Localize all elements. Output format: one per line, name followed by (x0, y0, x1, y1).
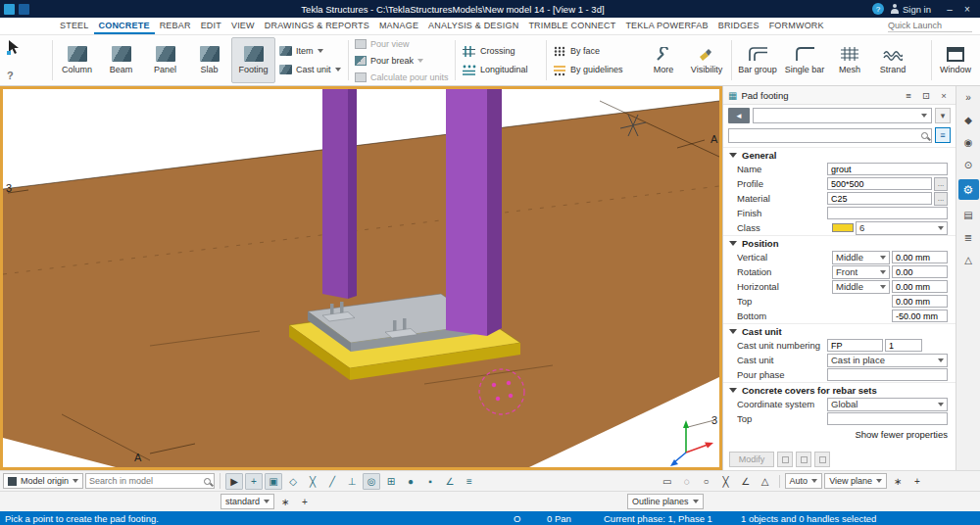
top-input[interactable] (892, 295, 948, 308)
rotate-view-button[interactable]: ∗ (889, 473, 906, 490)
beam-button[interactable]: Beam (99, 37, 143, 83)
link-icon[interactable] (796, 452, 811, 467)
profile-input[interactable] (827, 177, 932, 190)
save-template-button[interactable]: ▾ (935, 108, 951, 123)
drawings-icon[interactable]: ▤ (960, 207, 977, 222)
column-button[interactable]: Column (55, 37, 99, 83)
quick-launch-input[interactable] (888, 20, 972, 32)
selection-filter-dropdown[interactable]: standard (220, 494, 274, 509)
ground-plane[interactable] (3, 101, 719, 467)
class-select[interactable]: 6 (856, 221, 948, 235)
footing-button[interactable]: Footing (231, 37, 275, 83)
crossing-button[interactable]: Crossing (462, 44, 540, 59)
section-concrete-covers[interactable]: Concrete covers for rebar sets (723, 382, 956, 397)
horizontal-offset-input[interactable] (892, 280, 948, 293)
profile-browse-button[interactable]: ... (934, 177, 948, 191)
mesh-button[interactable]: Mesh (828, 37, 871, 83)
snap-line-button[interactable]: ╱ (323, 473, 341, 490)
vertical-select[interactable]: Middle (832, 251, 890, 264)
property-template-dropdown[interactable] (753, 108, 932, 123)
select-circle-button[interactable]: ○ (698, 473, 715, 490)
pan-view-button[interactable]: + (908, 473, 926, 490)
snap-extension-button[interactable]: ⊞ (382, 473, 400, 490)
help-icon[interactable]: ? (872, 3, 884, 15)
strand-button[interactable]: Strand (871, 37, 914, 83)
snap-points-button[interactable]: + (245, 473, 263, 490)
bottom-input[interactable] (892, 310, 948, 322)
panel-close-icon[interactable]: × (937, 90, 951, 101)
select-cursor-icon[interactable] (7, 39, 20, 55)
pour-phase-input[interactable] (827, 368, 948, 381)
tab-view[interactable]: VIEW (226, 18, 260, 34)
snap-any-button[interactable]: ▪ (421, 473, 439, 490)
add-filter-button[interactable]: + (296, 494, 314, 510)
tab-manage[interactable]: MANAGE (374, 18, 423, 34)
section-position[interactable]: Position (723, 235, 956, 250)
select-angle-button[interactable]: ∠ (737, 473, 755, 490)
tab-concrete[interactable]: CONCRETE (94, 18, 155, 34)
back-button[interactable]: ◄ (728, 108, 750, 123)
copy-icon[interactable] (814, 452, 830, 467)
snap-midpoint-button[interactable]: ◇ (284, 473, 302, 490)
snap-center-button[interactable]: ◎ (363, 473, 380, 490)
tab-edit[interactable]: EDIT (196, 18, 226, 34)
by-guidelines-button[interactable]: By guidelines (553, 63, 639, 77)
context-help-icon[interactable]: ? (7, 70, 14, 81)
select-dashed-button[interactable]: ◌ (678, 473, 696, 490)
snap-angle-button[interactable]: ∠ (441, 473, 459, 490)
property-list-toggle[interactable]: ≡ (935, 127, 951, 143)
window-button[interactable]: Window (934, 37, 977, 83)
bar-group-button[interactable]: Bar group (734, 37, 781, 83)
snap-grid-button[interactable]: ▣ (265, 473, 282, 490)
sign-in-button[interactable]: Sign in (903, 4, 931, 15)
minimize-button[interactable]: – (941, 4, 958, 15)
profile-catalog-icon[interactable]: ◉ (960, 134, 977, 150)
pour-view-button[interactable]: Pour view (355, 37, 449, 50)
view-plane-dropdown[interactable]: View plane (824, 473, 887, 489)
lock-icon[interactable] (777, 452, 793, 467)
material-browse-button[interactable]: ... (934, 192, 948, 206)
tab-analysis-design[interactable]: ANALYSIS & DESIGN (423, 18, 523, 34)
snap-cursor-button[interactable]: ▶ (225, 473, 243, 490)
material-input[interactable] (827, 192, 932, 205)
shapes-icon[interactable]: △ (960, 252, 977, 267)
collapse-pane-icon[interactable]: » (960, 89, 977, 105)
modify-button[interactable]: Modify (729, 452, 774, 467)
select-cross-button[interactable]: ╳ (717, 473, 735, 490)
snap-perpendicular-button[interactable]: ⊥ (343, 473, 361, 490)
pour-break-button[interactable]: Pour break (355, 54, 449, 67)
layers-icon[interactable]: ≣ (960, 229, 977, 245)
rotation-select[interactable]: Front (832, 265, 890, 279)
tab-bridges[interactable]: BRIDGES (713, 18, 764, 34)
model-search-input[interactable] (89, 476, 204, 486)
horizontal-select[interactable]: Middle (832, 280, 890, 294)
more-button[interactable]: More (643, 37, 684, 83)
coordinate-system-select[interactable]: Global (827, 398, 948, 411)
item-button[interactable]: Item (279, 44, 342, 59)
numbering-prefix-input[interactable] (827, 339, 883, 352)
property-search-input[interactable] (732, 130, 921, 140)
name-input[interactable] (827, 163, 948, 175)
tab-rebar[interactable]: REBAR (155, 18, 196, 34)
ortho-indicator[interactable]: O (514, 513, 547, 524)
select-rect-button[interactable]: ▭ (659, 473, 676, 490)
tab-trimble-connect[interactable]: TRIMBLE CONNECT (523, 18, 620, 34)
panel-button[interactable]: Panel (143, 37, 187, 83)
auto-dropdown[interactable]: Auto (785, 473, 823, 489)
show-fewer-properties-link[interactable]: Show fewer properties (723, 426, 956, 442)
visibility-button[interactable]: Visibility (684, 37, 729, 83)
snap-nearest-button[interactable]: ● (402, 473, 419, 490)
filter-settings-button[interactable]: ∗ (276, 494, 294, 510)
applications-icon[interactable]: ◆ (960, 112, 977, 127)
longitudinal-button[interactable]: Longitudinal (462, 63, 540, 77)
tab-drawings-reports[interactable]: DRAWINGS & REPORTS (260, 18, 374, 34)
vertical-offset-input[interactable] (892, 251, 948, 263)
model-origin-dropdown[interactable]: Model origin (3, 473, 83, 489)
close-button[interactable]: × (958, 4, 976, 15)
snap-list-button[interactable]: ≡ (461, 473, 478, 490)
by-face-button[interactable]: By face (553, 44, 639, 59)
panel-menu-icon[interactable]: ≡ (902, 90, 915, 101)
select-triangle-button[interactable]: △ (757, 473, 774, 490)
finish-input[interactable] (827, 207, 948, 219)
material-catalog-icon[interactable]: ⊙ (960, 157, 977, 172)
